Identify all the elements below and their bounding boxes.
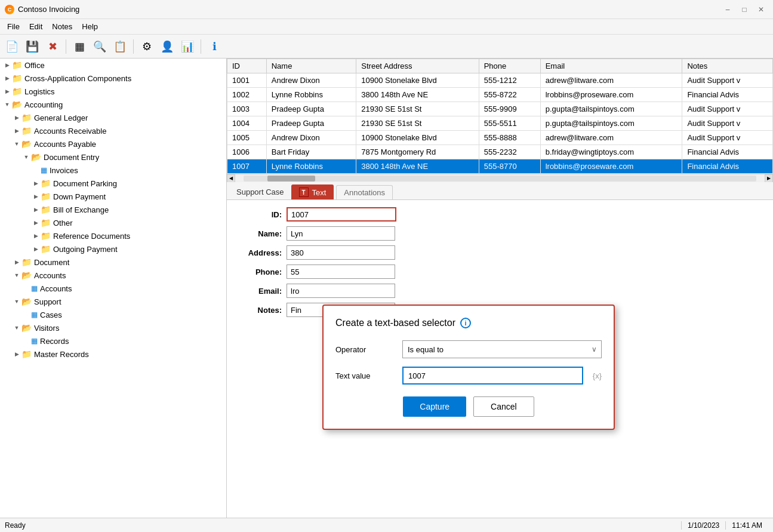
menu-file[interactable]: File [2,20,24,33]
expand-support[interactable] [12,297,21,306]
col-id[interactable]: ID [227,59,267,73]
sidebar-item-bill-of-exchange[interactable]: 📁 Bill of Exchange [0,203,226,216]
menu-notes[interactable]: Notes [47,20,77,33]
table-row[interactable]: 1004Pradeep Gupta21930 SE 51st St555-551… [227,116,773,131]
expand-accounts-payable[interactable] [12,139,21,149]
input-email[interactable] [287,284,395,298]
sidebar-item-master-records[interactable]: 📁 Master Records [0,348,226,361]
sidebar-item-general-ledger[interactable]: 📁 General Ledger [0,111,226,124]
maximize-button[interactable]: □ [737,4,752,16]
scroll-left-btn[interactable]: ◀ [227,174,235,183]
sidebar-item-reference-documents[interactable]: 📁 Reference Documents [0,229,226,242]
table-row[interactable]: 1002Lynne Robbins3800 148th Ave NE555-87… [227,88,773,102]
table-row[interactable]: 1007Lynne Robbins3800 148th Ave NE555-87… [227,159,773,174]
field-row-name: Name: [239,226,761,241]
sidebar-item-records[interactable]: ▦ Records [0,334,226,348]
expand-document-entry[interactable] [21,152,31,162]
capture-button[interactable]: Capture [403,396,466,417]
sidebar-item-accounts[interactable]: 📂 Accounts [0,269,226,282]
table-scroll[interactable]: ID Name Street Address Phone Email Notes… [227,59,773,174]
sidebar-item-cases[interactable]: ▦ Cases [0,308,226,321]
tab-annotations[interactable]: Annotations [336,185,393,199]
export-button[interactable]: 📊 [178,37,197,56]
status-date: 1/10/2023 [681,521,725,530]
input-phone[interactable] [287,265,395,279]
new-button[interactable]: 📄 [2,37,21,56]
sidebar-item-accounts-payable[interactable]: 📂 Accounts Payable [0,137,226,150]
text-value-input[interactable] [402,367,583,385]
col-email[interactable]: Email [540,59,682,73]
minimize-button[interactable]: – [720,4,735,16]
menu-help[interactable]: Help [77,20,103,33]
sidebar-item-document-parking[interactable]: 📁 Document Parking [0,177,226,190]
search-button[interactable]: 🔍 [90,37,109,56]
input-name[interactable] [287,226,395,241]
table-row[interactable]: 1003Pradeep Gupta21930 SE 51st St555-990… [227,102,773,116]
horizontal-scrollbar[interactable]: ◀ ▶ [227,174,773,182]
col-name[interactable]: Name [266,59,356,73]
expand-accounting[interactable] [2,100,12,109]
sidebar-item-document-entry[interactable]: 📂 Document Entry [0,150,226,164]
sidebar-item-support[interactable]: 📂 Support [0,295,226,308]
grid-button[interactable]: ▦ [70,37,89,56]
input-address[interactable] [287,245,395,260]
info-button[interactable]: ℹ [205,37,224,56]
folder-icon-logistics: 📁 [12,87,22,96]
expand-master-records[interactable] [12,349,21,359]
sidebar-item-down-payment[interactable]: 📁 Down Payment [0,190,226,203]
expand-document-parking[interactable] [31,179,41,188]
sidebar-label-visitors: Visitors [34,324,59,333]
sidebar-item-outgoing-payment[interactable]: 📁 Outgoing Payment [0,242,226,256]
expand-down-payment[interactable] [31,192,41,201]
table-row[interactable]: 1001Andrew Dixon10900 Stonelake Blvd555-… [227,73,773,88]
table-icon-invoices: ▦ [41,166,47,174]
sidebar-item-invoices[interactable]: ▦ Invoices [0,164,226,177]
expand-logistics[interactable] [2,87,12,96]
expand-reference-documents[interactable] [31,231,41,241]
table-icon-records: ▦ [31,337,38,345]
expand-document[interactable] [12,257,21,267]
sidebar-item-accounting[interactable]: 📂 Accounting [0,98,226,111]
expand-office[interactable] [2,60,12,70]
expand-cross-app[interactable] [2,73,12,83]
save-button[interactable]: 💾 [23,37,42,56]
sidebar-item-cross-app[interactable]: 📁 Cross-Application Components [0,72,226,85]
settings-button[interactable]: ⚙ [137,37,156,56]
operator-select[interactable]: Is equal to Is not equal to Contains Doe… [402,340,602,358]
tab-text[interactable]: T Text [291,184,334,199]
sidebar-scroll[interactable]: 📁 Office 📁 Cross-Application Components … [0,59,226,518]
table-row[interactable]: 1006Bart Friday7875 Montgomery Rd555-223… [227,145,773,159]
expand-outgoing-payment[interactable] [31,244,41,254]
col-address[interactable]: Street Address [356,59,479,73]
sidebar-item-accounts-receivable[interactable]: 📁 Accounts Receivable [0,124,226,137]
expand-accounts-receivable[interactable] [12,126,21,136]
expand-visitors[interactable] [12,323,21,333]
delete-button[interactable]: ✖ [43,37,62,56]
expand-accounts[interactable] [12,270,21,280]
col-notes[interactable]: Notes [682,59,773,73]
modal-info-icon[interactable]: i [460,318,471,328]
input-id[interactable] [287,207,396,222]
close-button[interactable]: ✕ [754,4,768,16]
sidebar-item-office[interactable]: 📁 Office [0,59,226,72]
expand-other[interactable] [31,218,41,227]
expand-bill-of-exchange[interactable] [31,205,41,214]
sidebar-item-logistics[interactable]: 📁 Logistics [0,85,226,98]
user-button[interactable]: 👤 [158,37,177,56]
sidebar-label-accounts-table: Accounts [40,284,72,293]
expand-records [21,336,31,346]
toolbar-separator-1 [66,39,66,54]
menu-edit[interactable]: Edit [24,20,47,33]
col-phone[interactable]: Phone [479,59,540,73]
scroll-right-btn[interactable]: ▶ [765,174,773,183]
expand-general-ledger[interactable] [12,113,21,122]
sidebar-item-visitors[interactable]: 📂 Visitors [0,321,226,334]
sidebar-item-accounts-table[interactable]: ▦ Accounts [0,282,226,295]
scroll-thumb[interactable] [267,176,315,182]
scroll-track[interactable] [244,176,756,182]
note-button[interactable]: 📋 [110,37,130,56]
sidebar-item-other[interactable]: 📁 Other [0,216,226,229]
table-row[interactable]: 1005Andrew Dixon10900 Stonelake Blvd555-… [227,131,773,145]
cancel-button[interactable]: Cancel [473,396,534,417]
sidebar-item-document[interactable]: 📁 Document [0,256,226,269]
